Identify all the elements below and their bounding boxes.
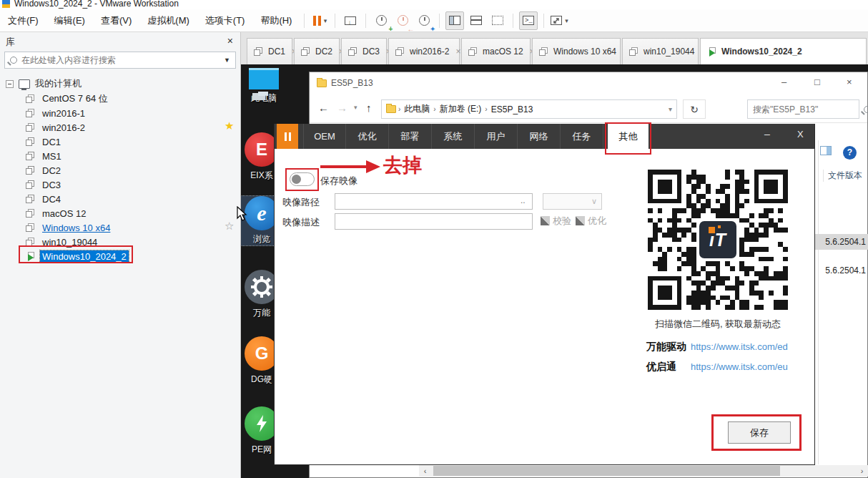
close-icon[interactable]: X	[797, 129, 804, 140]
chevron-down-icon[interactable]: ▾	[669, 105, 672, 113]
explorer-titlebar[interactable]: ES5P_B13 – □ ×	[310, 72, 867, 95]
file-row-selected[interactable]: 5.6.2504.1	[812, 234, 868, 250]
image-path-input[interactable]	[335, 193, 533, 210]
tab-user[interactable]: 用户	[475, 124, 518, 149]
tree-root-my-computer[interactable]: 我的计算机	[6, 77, 82, 90]
scroll-right-icon[interactable]: ›	[856, 465, 868, 477]
fullscreen-button[interactable]	[488, 11, 507, 30]
history-chevron-icon[interactable]: ▾	[354, 104, 357, 111]
forward-icon[interactable]: →	[337, 102, 347, 114]
sidebar-item-win10x64[interactable]: Windows 10 x64	[26, 220, 112, 235]
sidebar-item-centos[interactable]: CentOS 7 64 位	[26, 92, 110, 106]
explorer-search[interactable]	[747, 99, 859, 119]
tab-dc3[interactable]: DC3×	[341, 38, 387, 64]
tab-dc2[interactable]: DC2×	[294, 38, 340, 64]
image-desc-input[interactable]	[335, 213, 533, 230]
address-bar[interactable]: › 此电脑 › 新加卷 (E:) › ES5P_B13 ▾	[381, 99, 677, 119]
tab-network[interactable]: 网络	[518, 124, 561, 149]
app-titlebar[interactable]: Windows10_2024_2 - VMware Workstation	[0, 0, 868, 9]
explorer-search-input[interactable]	[753, 104, 864, 114]
tab-system[interactable]: 系统	[432, 124, 475, 149]
breadcrumb-this-pc[interactable]: 此电脑	[404, 103, 430, 115]
horizontal-scrollbar[interactable]: ‹ ›	[419, 465, 868, 477]
tab-windows10-x64[interactable]: Windows 10 x64×	[532, 38, 621, 64]
sidebar-item-win2016-1[interactable]: win2016-1	[26, 106, 87, 120]
tab-oem[interactable]: OEM	[303, 124, 346, 149]
sidebar-item-win10-19044[interactable]: win10_19044	[26, 235, 99, 249]
breadcrumb-drive-e[interactable]: 新加卷 (E:)	[440, 103, 482, 115]
tab-task[interactable]: 任务	[561, 124, 603, 149]
close-icon[interactable]: ×	[227, 35, 233, 47]
library-search[interactable]: ▼	[4, 52, 236, 69]
power-pause-button[interactable]: ▾	[310, 11, 329, 30]
scroll-left-icon[interactable]: ‹	[419, 465, 431, 477]
tab-macos12[interactable]: macOS 12×	[461, 38, 531, 64]
library-header: 库 ×	[0, 34, 240, 50]
menu-help[interactable]: 帮助(H)	[252, 9, 300, 31]
scrollbar-thumb[interactable]	[433, 466, 780, 476]
dialog-titlebar[interactable]: OEM 优化 部署 系统 用户 网络 任务 其他 – X	[275, 124, 814, 149]
sidebar-item-dc3[interactable]: DC3	[26, 177, 63, 192]
browse-button[interactable]: ..	[521, 195, 526, 205]
chevron-down-icon[interactable]: ▾	[565, 17, 568, 24]
take-snapshot-button[interactable]: +	[372, 11, 390, 30]
menu-tabs[interactable]: 选项卡(T)	[197, 9, 253, 31]
minimize-icon[interactable]: –	[781, 77, 786, 87]
chevron-down-icon[interactable]: ▼	[224, 57, 230, 64]
manage-snapshots-button[interactable]: ✦	[415, 11, 433, 30]
wandrv-link[interactable]: https://www.itsk.com/ed	[691, 341, 788, 352]
sidebar-item-dc4[interactable]: DC4	[26, 192, 63, 206]
tab-optimize[interactable]: 优化	[346, 124, 389, 149]
menu-view[interactable]: 查看(V)	[93, 9, 139, 31]
favorite-star-icon[interactable]: ★	[225, 120, 234, 132]
favorite-star-outline-icon[interactable]: ☆	[225, 220, 234, 233]
tab-dc1[interactable]: DC1×	[247, 38, 292, 64]
tab-win10-19044[interactable]: win10_19044×	[622, 38, 699, 64]
wandrv-link-name: 万能驱动	[646, 341, 686, 353]
preview-pane-icon[interactable]	[820, 146, 832, 157]
sidebar-item-win2016-2[interactable]: win2016-2	[26, 120, 87, 135]
tab-deploy[interactable]: 部署	[389, 124, 432, 149]
minimize-icon[interactable]: –	[764, 128, 770, 140]
save-button[interactable]: 保存	[728, 421, 791, 444]
clone-vm-icon	[348, 47, 357, 56]
pause-icon[interactable]	[277, 124, 298, 149]
image-path-combo[interactable]: ∨	[543, 193, 602, 210]
menu-edit[interactable]: 编辑(E)	[46, 9, 93, 31]
column-header-file-version[interactable]: 文件版本	[823, 170, 862, 182]
tab-other-active[interactable]: 其他	[608, 124, 648, 149]
up-icon[interactable]: ↑	[366, 102, 372, 114]
sidebar-item-macos[interactable]: macOS 12	[26, 206, 88, 220]
tab-win2016-2[interactable]: win2016-2×	[388, 38, 460, 64]
chevron-down-icon[interactable]: ▾	[324, 17, 327, 24]
save-image-toggle[interactable]	[290, 172, 315, 186]
optimize-checkbox[interactable]: 优化	[576, 215, 616, 228]
desktop-icon-this-pc[interactable]: 此电脑	[241, 68, 292, 104]
sidebar-item-windows10-2024-2[interactable]: Windows10_2024_2	[26, 249, 129, 263]
maximize-icon[interactable]: □	[814, 77, 820, 87]
sidebar-item-dc1[interactable]: DC1	[26, 135, 63, 149]
show-thumbnails-button[interactable]	[467, 11, 485, 30]
breadcrumb-es5p-b13[interactable]: ES5P_B13	[491, 104, 533, 114]
console-view-button[interactable]: >_	[519, 11, 538, 30]
collapse-icon[interactable]	[6, 80, 14, 88]
help-icon[interactable]: ?	[843, 146, 857, 160]
refresh-button[interactable]: ↻	[683, 99, 706, 119]
revert-snapshot-button[interactable]: ←	[393, 11, 412, 30]
send-ctrl-alt-del-button[interactable]	[341, 11, 360, 30]
menu-vm[interactable]: 虚拟机(M)	[139, 9, 197, 31]
tab-label: Windows10_2024_2	[721, 47, 802, 57]
close-icon[interactable]: ×	[847, 77, 852, 87]
show-library-button[interactable]	[445, 11, 464, 30]
tab-windows10-2024-2-active[interactable]: Windows10_2024_2	[700, 38, 867, 64]
uqitong-link[interactable]: https://www.itsk.com/eu	[691, 361, 788, 372]
sidebar-item-dc2[interactable]: DC2	[26, 163, 63, 177]
menu-file[interactable]: 文件(F)	[0, 9, 46, 31]
file-row[interactable]: 5.6.2504.1	[812, 263, 868, 278]
back-icon[interactable]: ←	[318, 102, 329, 114]
vm-label: DC4	[40, 193, 63, 205]
close-icon[interactable]: ×	[455, 47, 460, 57]
search-input[interactable]	[21, 55, 221, 65]
fit-guest-button[interactable]: ▾	[550, 11, 568, 30]
sidebar-item-ms1[interactable]: MS1	[26, 149, 64, 163]
